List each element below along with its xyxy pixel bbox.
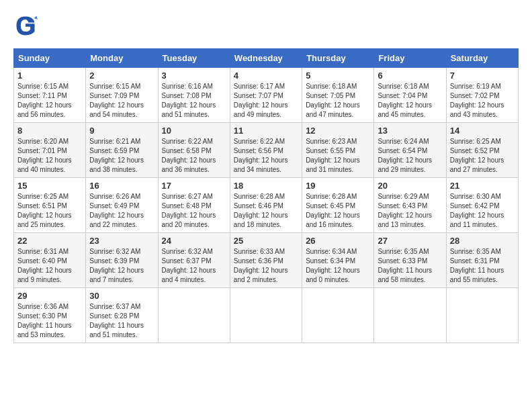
calendar-cell: 20Sunrise: 6:29 AM Sunset: 6:43 PM Dayli…: [374, 178, 446, 233]
weekday-header-wednesday: Wednesday: [230, 49, 302, 68]
calendar-cell: 4Sunrise: 6:17 AM Sunset: 7:07 PM Daylig…: [230, 68, 302, 123]
day-info: Sunrise: 6:30 AM Sunset: 6:42 PM Dayligh…: [450, 192, 515, 230]
calendar-cell: 28Sunrise: 6:35 AM Sunset: 6:31 PM Dayli…: [446, 233, 518, 288]
calendar-cell: 26Sunrise: 6:34 AM Sunset: 6:34 PM Dayli…: [302, 233, 374, 288]
calendar-cell: 10Sunrise: 6:22 AM Sunset: 6:58 PM Dayli…: [158, 123, 230, 178]
weekday-header-sunday: Sunday: [14, 49, 86, 68]
calendar-cell: 17Sunrise: 6:27 AM Sunset: 6:48 PM Dayli…: [158, 178, 230, 233]
day-info: Sunrise: 6:19 AM Sunset: 7:02 PM Dayligh…: [450, 82, 515, 120]
calendar-cell: 24Sunrise: 6:32 AM Sunset: 6:37 PM Dayli…: [158, 233, 230, 288]
calendar-cell: 6Sunrise: 6:18 AM Sunset: 7:04 PM Daylig…: [374, 68, 446, 123]
day-number: 13: [378, 126, 442, 136]
calendar-cell: [446, 288, 518, 343]
calendar-cell: 8Sunrise: 6:20 AM Sunset: 7:01 PM Daylig…: [14, 123, 86, 178]
day-info: Sunrise: 6:35 AM Sunset: 6:33 PM Dayligh…: [378, 247, 442, 285]
day-info: Sunrise: 6:16 AM Sunset: 7:08 PM Dayligh…: [162, 82, 226, 120]
calendar-cell: 9Sunrise: 6:21 AM Sunset: 6:59 PM Daylig…: [86, 123, 158, 178]
day-number: 8: [17, 126, 82, 136]
calendar-cell: 27Sunrise: 6:35 AM Sunset: 6:33 PM Dayli…: [374, 233, 446, 288]
day-number: 25: [234, 236, 298, 246]
page-header: [13, 13, 519, 38]
day-number: 22: [17, 236, 82, 246]
day-info: Sunrise: 6:25 AM Sunset: 6:51 PM Dayligh…: [17, 192, 82, 230]
week-row-3: 15Sunrise: 6:25 AM Sunset: 6:51 PM Dayli…: [14, 178, 519, 233]
calendar-cell: 19Sunrise: 6:28 AM Sunset: 6:45 PM Dayli…: [302, 178, 374, 233]
calendar-cell: 16Sunrise: 6:26 AM Sunset: 6:49 PM Dayli…: [86, 178, 158, 233]
day-number: 10: [162, 126, 226, 136]
day-number: 7: [450, 71, 515, 81]
calendar-cell: 13Sunrise: 6:24 AM Sunset: 6:54 PM Dayli…: [374, 123, 446, 178]
calendar-cell: 30Sunrise: 6:37 AM Sunset: 6:28 PM Dayli…: [86, 288, 158, 343]
day-info: Sunrise: 6:21 AM Sunset: 6:59 PM Dayligh…: [89, 137, 154, 175]
day-info: Sunrise: 6:29 AM Sunset: 6:43 PM Dayligh…: [378, 192, 442, 230]
day-number: 5: [306, 71, 370, 81]
day-info: Sunrise: 6:27 AM Sunset: 6:48 PM Dayligh…: [162, 192, 226, 230]
day-info: Sunrise: 6:18 AM Sunset: 7:04 PM Dayligh…: [378, 82, 442, 120]
calendar-cell: 7Sunrise: 6:19 AM Sunset: 7:02 PM Daylig…: [446, 68, 518, 123]
week-row-2: 8Sunrise: 6:20 AM Sunset: 7:01 PM Daylig…: [14, 123, 519, 178]
calendar-cell: 22Sunrise: 6:31 AM Sunset: 6:40 PM Dayli…: [14, 233, 86, 288]
day-info: Sunrise: 6:32 AM Sunset: 6:39 PM Dayligh…: [89, 247, 154, 285]
day-info: Sunrise: 6:36 AM Sunset: 6:30 PM Dayligh…: [17, 302, 82, 340]
day-number: 17: [162, 181, 226, 191]
day-number: 18: [234, 181, 298, 191]
day-info: Sunrise: 6:24 AM Sunset: 6:54 PM Dayligh…: [378, 137, 442, 175]
calendar-cell: [374, 288, 446, 343]
day-number: 15: [17, 181, 82, 191]
weekday-header-monday: Monday: [86, 49, 158, 68]
day-number: 26: [306, 236, 370, 246]
day-info: Sunrise: 6:22 AM Sunset: 6:58 PM Dayligh…: [162, 137, 226, 175]
day-info: Sunrise: 6:28 AM Sunset: 6:45 PM Dayligh…: [306, 192, 370, 230]
day-number: 16: [89, 181, 154, 191]
day-number: 2: [89, 71, 154, 81]
day-info: Sunrise: 6:28 AM Sunset: 6:46 PM Dayligh…: [234, 192, 298, 230]
day-number: 30: [89, 291, 154, 301]
day-number: 11: [234, 126, 298, 136]
calendar-cell: [230, 288, 302, 343]
calendar-cell: 21Sunrise: 6:30 AM Sunset: 6:42 PM Dayli…: [446, 178, 518, 233]
day-number: 28: [450, 236, 515, 246]
day-info: Sunrise: 6:23 AM Sunset: 6:55 PM Dayligh…: [306, 137, 370, 175]
day-info: Sunrise: 6:35 AM Sunset: 6:31 PM Dayligh…: [450, 247, 515, 285]
day-info: Sunrise: 6:34 AM Sunset: 6:34 PM Dayligh…: [306, 247, 370, 285]
calendar-cell: 2Sunrise: 6:15 AM Sunset: 7:09 PM Daylig…: [86, 68, 158, 123]
weekday-header-row: SundayMondayTuesdayWednesdayThursdayFrid…: [14, 49, 519, 68]
day-number: 4: [234, 71, 298, 81]
week-row-1: 1Sunrise: 6:15 AM Sunset: 7:11 PM Daylig…: [14, 68, 519, 123]
week-row-4: 22Sunrise: 6:31 AM Sunset: 6:40 PM Dayli…: [14, 233, 519, 288]
day-number: 20: [378, 181, 442, 191]
day-info: Sunrise: 6:32 AM Sunset: 6:37 PM Dayligh…: [162, 247, 226, 285]
calendar-cell: 3Sunrise: 6:16 AM Sunset: 7:08 PM Daylig…: [158, 68, 230, 123]
calendar-cell: 11Sunrise: 6:22 AM Sunset: 6:56 PM Dayli…: [230, 123, 302, 178]
calendar-cell: [158, 288, 230, 343]
calendar-cell: 23Sunrise: 6:32 AM Sunset: 6:39 PM Dayli…: [86, 233, 158, 288]
calendar-cell: [302, 288, 374, 343]
day-number: 19: [306, 181, 370, 191]
day-number: 9: [89, 126, 154, 136]
day-info: Sunrise: 6:33 AM Sunset: 6:36 PM Dayligh…: [234, 247, 298, 285]
calendar-cell: 25Sunrise: 6:33 AM Sunset: 6:36 PM Dayli…: [230, 233, 302, 288]
day-info: Sunrise: 6:26 AM Sunset: 6:49 PM Dayligh…: [89, 192, 154, 230]
day-info: Sunrise: 6:17 AM Sunset: 7:07 PM Dayligh…: [234, 82, 298, 120]
day-info: Sunrise: 6:18 AM Sunset: 7:05 PM Dayligh…: [306, 82, 370, 120]
day-number: 23: [89, 236, 154, 246]
week-row-5: 29Sunrise: 6:36 AM Sunset: 6:30 PM Dayli…: [14, 288, 519, 343]
weekday-header-tuesday: Tuesday: [158, 49, 230, 68]
calendar-cell: 15Sunrise: 6:25 AM Sunset: 6:51 PM Dayli…: [14, 178, 86, 233]
calendar-cell: 18Sunrise: 6:28 AM Sunset: 6:46 PM Dayli…: [230, 178, 302, 233]
calendar-cell: 29Sunrise: 6:36 AM Sunset: 6:30 PM Dayli…: [14, 288, 86, 343]
day-info: Sunrise: 6:37 AM Sunset: 6:28 PM Dayligh…: [89, 302, 154, 340]
day-info: Sunrise: 6:15 AM Sunset: 7:11 PM Dayligh…: [17, 82, 82, 120]
day-number: 1: [17, 71, 82, 81]
day-number: 6: [378, 71, 442, 81]
calendar-cell: 12Sunrise: 6:23 AM Sunset: 6:55 PM Dayli…: [302, 123, 374, 178]
weekday-header-saturday: Saturday: [446, 49, 518, 68]
day-number: 29: [17, 291, 82, 301]
logo: [13, 13, 40, 38]
calendar-table: SundayMondayTuesdayWednesdayThursdayFrid…: [13, 48, 519, 343]
day-info: Sunrise: 6:15 AM Sunset: 7:09 PM Dayligh…: [89, 82, 154, 120]
day-info: Sunrise: 6:31 AM Sunset: 6:40 PM Dayligh…: [17, 247, 82, 285]
day-number: 21: [450, 181, 515, 191]
day-number: 12: [306, 126, 370, 136]
day-info: Sunrise: 6:20 AM Sunset: 7:01 PM Dayligh…: [17, 137, 82, 175]
